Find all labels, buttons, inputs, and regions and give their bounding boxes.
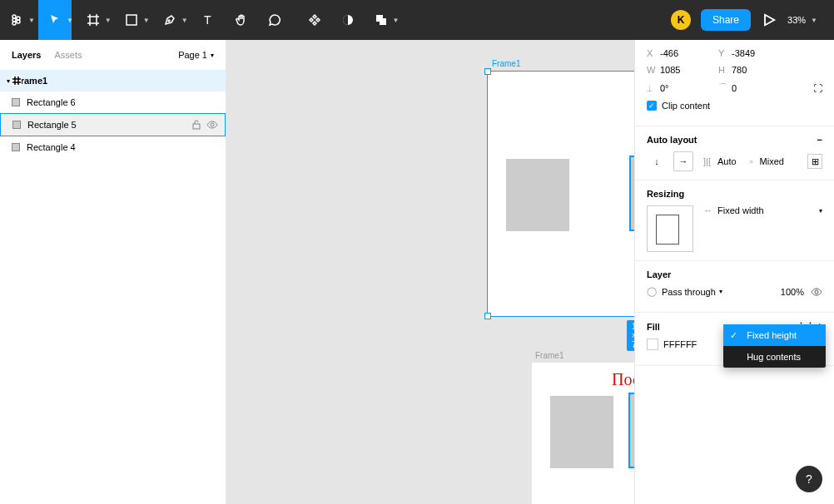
svg-rect-5 (127, 15, 137, 25)
svg-point-15 (815, 290, 818, 294)
radius-input[interactable]: 0 (732, 83, 790, 93)
frame-label[interactable]: Frame1 (535, 351, 563, 360)
check-icon: ✓ (730, 330, 737, 341)
layer-row-rect5[interactable]: Rectangle 5 (0, 113, 226, 136)
right-panel: X -466 Y -3849 W 1085 H 780 ⟂ 0° ⌒ 0 ⛶ ✓… (634, 40, 834, 504)
page-selector[interactable]: Page 1▾ (178, 50, 214, 60)
menu-item-hug-contents[interactable]: Hug contents (723, 346, 826, 368)
frame-before[interactable] (487, 71, 634, 317)
radius-icon: ⌒ (718, 82, 732, 94)
svg-rect-10 (380, 18, 386, 25)
blend-mode-dropdown[interactable]: Pass through (662, 287, 716, 297)
rotation-icon: ⟂ (647, 83, 660, 93)
clip-checkbox[interactable]: ✓ (647, 101, 657, 111)
w-label: W (647, 65, 660, 75)
visibility-icon[interactable] (811, 287, 822, 297)
fill-swatch[interactable] (647, 338, 658, 350)
svg-point-12 (211, 123, 214, 126)
al-mixed-label[interactable]: Mixed (760, 156, 784, 166)
zoom-level[interactable]: 33% (787, 15, 806, 25)
rect-selected[interactable] (628, 393, 634, 468)
resizing-title: Resizing (647, 189, 684, 199)
frame-label[interactable]: Frame1 (492, 59, 520, 68)
frame-icon (12, 76, 22, 86)
resize-handle[interactable] (484, 68, 491, 75)
rectangle-icon (12, 98, 20, 106)
blend-icon: ◯ (647, 286, 657, 297)
avatar[interactable]: K (671, 10, 691, 30)
al-vertical-button[interactable]: ↓ (647, 151, 667, 171)
svg-text:T: T (204, 13, 211, 27)
rectangle-icon (12, 143, 20, 151)
layer-row-rect4[interactable]: Rectangle 4 (0, 136, 226, 158)
layer-row-frame1[interactable]: ▾ Frame1 (0, 70, 226, 91)
dimension-label: 1085 × 780 (627, 320, 634, 351)
w-input[interactable]: 1085 (660, 65, 718, 75)
remove-auto-layout-button[interactable]: − (817, 135, 822, 145)
resize-handle[interactable] (484, 313, 491, 319)
mask-button[interactable] (331, 0, 365, 40)
tab-layers[interactable]: Layers (12, 50, 41, 60)
rect[interactable] (550, 396, 613, 468)
toolbar: ▼ ▼ ▼ ▼ ▼ T ▼ K Share 33% ▼ (0, 0, 834, 40)
rotation-input[interactable]: 0° (660, 83, 718, 93)
resize-preview[interactable] (647, 205, 693, 252)
layer-opacity-input[interactable]: 100% (781, 287, 804, 297)
x-label: X (647, 48, 660, 58)
left-panel: Layers Assets Page 1▾ ▾ Frame1 Rectangle… (0, 40, 226, 504)
horizontal-icon: ↔ (703, 205, 712, 215)
fill-hex-input[interactable]: FFFFFF (663, 339, 697, 349)
x-input[interactable]: -466 (660, 48, 718, 58)
canvas[interactable]: Frame1 До 1085 × 780 Hug contents Frame1… (226, 40, 634, 504)
svg-rect-11 (193, 124, 200, 129)
clip-label: Clip content (662, 101, 710, 111)
layer-name: Rectangle 4 (27, 142, 76, 152)
rect[interactable] (506, 159, 569, 231)
chevron-down-icon: ▼ (105, 17, 112, 24)
after-annotation: После (612, 370, 634, 389)
fill-title: Fill (647, 322, 660, 332)
chevron-down-icon: ▼ (28, 17, 35, 24)
rect-selected[interactable] (629, 156, 634, 231)
tab-assets[interactable]: Assets (54, 50, 82, 60)
share-button[interactable]: Share (701, 9, 751, 31)
chevron-down-icon: ▼ (811, 17, 817, 24)
svg-point-2 (12, 22, 16, 25)
svg-point-6 (168, 20, 170, 22)
help-button[interactable]: ? (796, 466, 822, 492)
h-input[interactable]: 780 (732, 65, 790, 75)
layer-name: Rectangle 5 (27, 120, 77, 130)
layer-row-rect6[interactable]: Rectangle 6 (0, 91, 226, 113)
h-label: H (718, 65, 732, 75)
components-button[interactable] (298, 0, 331, 40)
visibility-icon[interactable] (206, 120, 218, 130)
al-align-button[interactable]: ⊞ (807, 154, 822, 169)
auto-layout-title: Auto layout (647, 135, 697, 145)
hand-tool-button[interactable] (225, 0, 258, 40)
padding-icon: ▫ (750, 156, 753, 166)
al-auto-label[interactable]: Auto (717, 156, 737, 166)
expand-icon[interactable]: ⛶ (813, 83, 822, 93)
y-input[interactable]: -3849 (732, 48, 790, 58)
spacing-icon: ]|[ (703, 156, 711, 166)
svg-point-4 (17, 20, 20, 23)
layer-title: Layer (647, 269, 671, 279)
menu-item-fixed-height[interactable]: ✓ Fixed height (723, 324, 826, 346)
layer-name: Rectangle 6 (27, 97, 76, 107)
y-label: Y (718, 48, 732, 58)
al-horizontal-button[interactable]: → (673, 151, 693, 171)
chevron-down-icon: ▼ (143, 17, 150, 24)
rectangle-icon (12, 121, 21, 129)
present-button[interactable] (761, 12, 777, 28)
chevron-down-icon: ▼ (181, 17, 188, 24)
text-tool-button[interactable]: T (191, 0, 225, 40)
lock-icon[interactable] (191, 120, 201, 130)
chevron-down-icon: ▼ (393, 17, 400, 24)
comment-tool-button[interactable] (258, 0, 291, 40)
chevron-down-icon: ▼ (67, 17, 73, 24)
width-resize-dropdown[interactable]: ↔ Fixed width ▾ (703, 205, 822, 215)
height-resize-menu: ✓ Fixed height Hug contents (723, 324, 826, 368)
